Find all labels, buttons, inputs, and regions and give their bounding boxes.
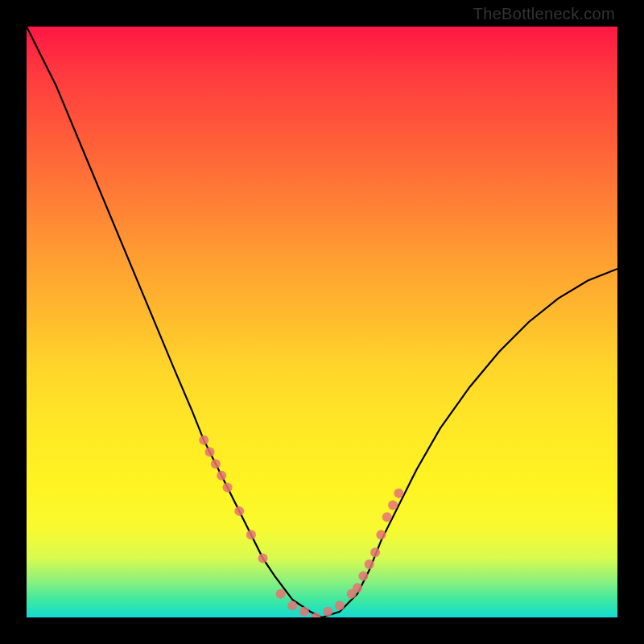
data-point xyxy=(358,572,368,581)
data-point xyxy=(365,559,374,569)
data-point xyxy=(287,601,297,610)
data-point xyxy=(276,589,286,599)
data-point xyxy=(258,554,268,564)
data-point xyxy=(217,471,226,481)
watermark-text: TheBottleneck.com xyxy=(473,5,615,23)
data-point xyxy=(199,436,208,445)
data-point xyxy=(205,447,215,456)
chart-frame: TheBottleneck.com xyxy=(0,0,644,644)
plot-area xyxy=(27,27,617,617)
data-point xyxy=(246,530,256,539)
data-point xyxy=(353,583,362,592)
data-point xyxy=(376,530,386,539)
data-point xyxy=(388,501,398,510)
data-point xyxy=(223,483,233,493)
data-point xyxy=(211,459,221,469)
bottleneck-curve xyxy=(27,27,617,617)
data-point xyxy=(382,512,392,522)
data-point xyxy=(323,607,332,617)
data-point xyxy=(370,547,380,557)
data-point xyxy=(234,506,244,516)
data-point xyxy=(299,607,309,617)
data-point xyxy=(394,489,403,498)
data-point xyxy=(335,601,345,610)
